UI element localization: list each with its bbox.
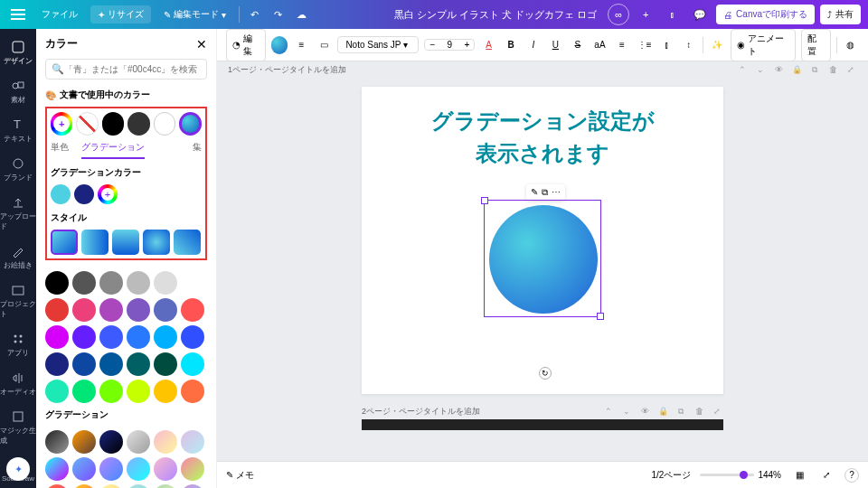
rail-magic[interactable]: マジック生成 bbox=[0, 404, 36, 451]
color-swatch[interactable] bbox=[45, 325, 69, 349]
file-menu[interactable]: ファイル bbox=[34, 5, 85, 23]
grad-stop-1[interactable] bbox=[51, 184, 71, 204]
gradient-swatch[interactable] bbox=[99, 430, 123, 454]
swatch-white[interactable] bbox=[154, 112, 176, 136]
trash-icon[interactable]: 🗑 bbox=[693, 405, 705, 418]
notes-button[interactable]: ✎ メモ bbox=[226, 469, 254, 482]
color-swatch[interactable] bbox=[45, 271, 69, 295]
help-icon[interactable]: ? bbox=[844, 468, 859, 483]
rotate-handle[interactable]: ↻ bbox=[539, 367, 552, 380]
duplicate-icon[interactable]: ⧉ bbox=[675, 405, 687, 418]
align-icon[interactable]: ≡ bbox=[614, 36, 631, 54]
gradient-swatch[interactable] bbox=[45, 430, 69, 454]
color-swatch[interactable] bbox=[181, 298, 204, 322]
color-swatch[interactable] bbox=[181, 325, 204, 349]
expand-icon[interactable]: ⤢ bbox=[844, 63, 857, 76]
color-swatch[interactable] bbox=[181, 380, 204, 403]
color-search[interactable]: 🔍 bbox=[45, 59, 207, 80]
grad-stop-2[interactable] bbox=[74, 184, 94, 204]
text-color-icon[interactable]: A bbox=[480, 36, 497, 54]
lock-icon[interactable]: 🔒 bbox=[790, 63, 803, 76]
color-swatch[interactable] bbox=[154, 298, 177, 322]
magic-button[interactable]: ✦ bbox=[6, 457, 30, 481]
gradient-swatch[interactable] bbox=[72, 484, 96, 488]
color-swatch[interactable] bbox=[72, 325, 96, 349]
share-button[interactable]: ⤴共有 bbox=[820, 5, 861, 24]
eye-icon[interactable]: 👁 bbox=[638, 405, 651, 418]
color-swatch[interactable] bbox=[154, 325, 177, 349]
gradient-swatch[interactable] bbox=[127, 457, 150, 481]
search-input[interactable] bbox=[64, 64, 201, 74]
page1-label[interactable]: 1ページ・ページタイトルを追加 bbox=[228, 64, 346, 76]
color-swatch[interactable] bbox=[45, 298, 69, 322]
color-swatch[interactable] bbox=[99, 271, 123, 295]
gradient-swatch[interactable] bbox=[72, 430, 96, 454]
swatch-black[interactable] bbox=[102, 112, 124, 136]
case-icon[interactable]: aA bbox=[591, 36, 609, 54]
grad-style-2[interactable] bbox=[81, 230, 108, 255]
comment-icon[interactable]: 💬 bbox=[689, 4, 711, 25]
color-swatch[interactable] bbox=[72, 271, 96, 295]
color-swatch[interactable] bbox=[99, 352, 123, 376]
chevron-down-icon[interactable]: ⌄ bbox=[754, 63, 767, 76]
grad-style-1[interactable] bbox=[51, 230, 78, 255]
fullscreen-icon[interactable]: ⤢ bbox=[817, 466, 835, 484]
tab-edit[interactable]: 集 bbox=[193, 141, 202, 157]
gradient-swatch[interactable] bbox=[45, 457, 69, 481]
color-swatch[interactable] bbox=[181, 271, 204, 295]
rail-draw[interactable]: お絵描き bbox=[0, 239, 36, 276]
underline-icon[interactable]: U bbox=[547, 36, 564, 54]
gradient-swatch[interactable] bbox=[154, 484, 177, 488]
animate-button[interactable]: ◉アニメート bbox=[731, 29, 796, 61]
gradient-swatch[interactable] bbox=[181, 457, 204, 481]
rail-text[interactable]: Tテキスト bbox=[0, 112, 36, 149]
list-icon[interactable]: ⋮≡ bbox=[636, 36, 653, 54]
edit-inline-icon[interactable]: ✎ bbox=[531, 187, 538, 198]
more-icon[interactable]: ⋯ bbox=[552, 187, 561, 198]
trash-icon[interactable]: 🗑 bbox=[826, 63, 839, 76]
document-title[interactable]: 黒白 シンプル イラスト 犬 ドッグカフェ ロゴ bbox=[389, 8, 602, 22]
chart-icon[interactable]: ⫾ bbox=[662, 4, 684, 25]
effects-icon[interactable]: ✨ bbox=[709, 36, 726, 54]
page-counter[interactable]: 1/2ページ bbox=[652, 469, 692, 482]
canvas[interactable]: グラデーション設定が 表示されます ✎ ⧉ ⋯ ↻ 2ページ・ページタイトルを追… bbox=[217, 78, 868, 461]
eye-icon[interactable]: 👁 bbox=[772, 63, 785, 76]
gradient-swatch[interactable] bbox=[45, 484, 69, 488]
gradient-swatch[interactable] bbox=[181, 430, 204, 454]
color-swatch[interactable] bbox=[45, 380, 69, 403]
color-swatch[interactable] bbox=[127, 298, 150, 322]
undo-icon[interactable]: ↶ bbox=[245, 5, 263, 23]
rail-design[interactable]: デザイン bbox=[0, 34, 36, 71]
tab-gradient[interactable]: グラデーション bbox=[81, 141, 145, 159]
fill-indicator[interactable] bbox=[271, 36, 288, 54]
duplicate-inline-icon[interactable]: ⧉ bbox=[542, 187, 548, 198]
rail-project[interactable]: プロジェクト bbox=[0, 277, 36, 324]
duplicate-icon[interactable]: ⧉ bbox=[808, 63, 821, 76]
color-swatch[interactable] bbox=[99, 298, 123, 322]
vertical-text-icon[interactable]: ↕ bbox=[680, 36, 697, 54]
gradient-swatch[interactable] bbox=[154, 457, 177, 481]
plus-icon[interactable]: + bbox=[635, 4, 656, 25]
edit-shape-button[interactable]: ◔編集 bbox=[226, 29, 266, 61]
swatch-dark[interactable] bbox=[127, 112, 149, 136]
print-button[interactable]: 🖨Canvaで印刷する bbox=[716, 5, 815, 24]
close-icon[interactable]: ✕ bbox=[196, 37, 207, 52]
color-swatch[interactable] bbox=[72, 298, 96, 322]
bold-icon[interactable]: B bbox=[503, 36, 520, 54]
italic-icon[interactable]: I bbox=[525, 36, 542, 54]
add-grad-stop[interactable]: + bbox=[98, 184, 118, 204]
color-swatch[interactable] bbox=[127, 325, 150, 349]
page-2[interactable] bbox=[362, 419, 723, 430]
page-1[interactable]: グラデーション設定が 表示されます ✎ ⧉ ⋯ ↻ bbox=[362, 87, 723, 394]
transparency-icon[interactable]: ◍ bbox=[843, 36, 860, 54]
edit-mode-menu[interactable]: ✎編集モード▾ bbox=[156, 5, 233, 23]
color-swatch[interactable] bbox=[72, 380, 96, 403]
zoom-control[interactable]: 144% bbox=[700, 470, 781, 480]
add-color[interactable] bbox=[51, 112, 72, 136]
grad-style-3[interactable] bbox=[112, 230, 139, 255]
rail-audio[interactable]: オーディオ bbox=[0, 365, 36, 402]
color-swatch[interactable] bbox=[181, 352, 204, 376]
gradient-swatch[interactable] bbox=[99, 457, 123, 481]
rail-app[interactable]: アプリ bbox=[0, 326, 36, 363]
gradient-swatch[interactable] bbox=[127, 484, 150, 488]
